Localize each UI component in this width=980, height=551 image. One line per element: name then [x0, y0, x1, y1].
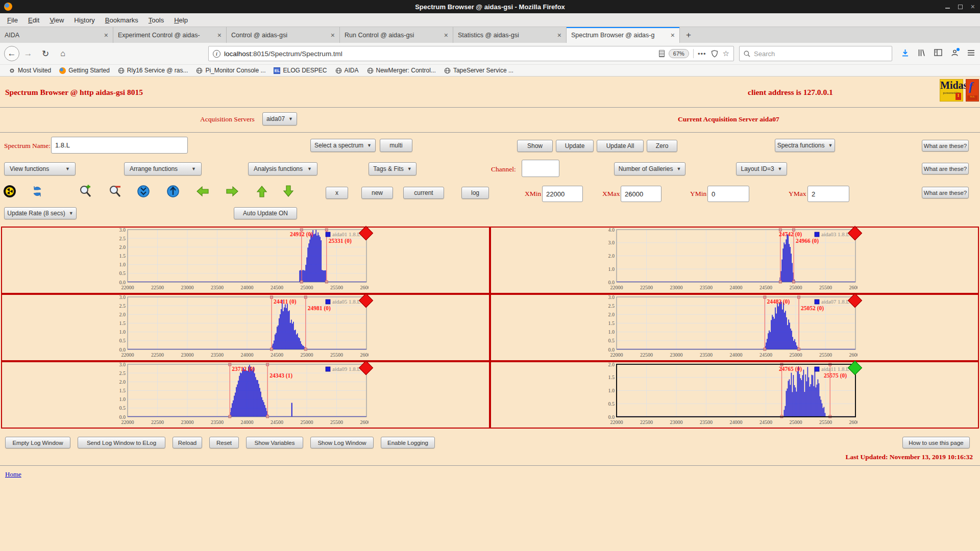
tab-control-aidas-gsi[interactable]: Control @ aidas-gsi× [227, 27, 340, 43]
reload-button[interactable]: ↻ [37, 48, 54, 59]
update-all-button[interactable]: Update All [597, 140, 644, 152]
refresh-icon[interactable] [31, 185, 44, 198]
tab-close-icon[interactable]: × [214, 31, 222, 39]
spectrum-chart-aida11[interactable]: aida11 1.8.L24765 (0)25575 (0)0.00.51.01… [600, 363, 857, 428]
spectrum-chart-aida05[interactable]: aida05 1.8.L24411 (0)24981 (0)0.00.51.01… [111, 295, 369, 361]
tab-close-icon[interactable]: × [101, 31, 108, 39]
bookmark-most-visited[interactable]: Most Visited [5, 67, 55, 74]
zoom-out-icon[interactable] [108, 185, 121, 198]
channel-input[interactable] [522, 160, 559, 177]
menu-tools[interactable]: Tools [143, 16, 169, 24]
midas-logo[interactable]: Midaspowered byI [940, 79, 963, 102]
analysis-functions-dropdown[interactable]: Analysis functions▼ [248, 162, 317, 176]
tab-close-icon[interactable]: × [441, 31, 448, 39]
arrow-down-icon[interactable] [282, 185, 295, 198]
bookmark-getting-started[interactable]: Getting Started [56, 67, 113, 74]
reader-mode-icon[interactable] [659, 50, 665, 57]
auto-update-button[interactable]: Auto Update ON [234, 207, 297, 219]
spectrum-chart-aida09[interactable]: aida09 1.8.L23712 (0)24343 (1)0.00.51.01… [111, 363, 369, 428]
tab-aida[interactable]: AIDA× [0, 27, 113, 43]
arrow-left-icon[interactable] [196, 185, 209, 198]
minimize-button[interactable] [945, 5, 950, 9]
arrange-functions-dropdown[interactable]: Arrange functions▼ [124, 162, 202, 176]
x-button[interactable]: x [326, 187, 348, 199]
page-actions-icon[interactable]: ••• [698, 50, 706, 58]
spectrum-chart-aida03[interactable]: aida03 1.8.L24742 (0)24966 (0)0.01.02.03… [600, 228, 857, 293]
close-button[interactable]: × [971, 3, 975, 10]
view-functions-dropdown[interactable]: View functions▼ [4, 162, 76, 176]
spectrum-name-input[interactable]: 1.8.L [51, 137, 188, 154]
xmax-input[interactable]: 26000 [621, 186, 662, 202]
update-button[interactable]: Update [556, 140, 594, 152]
hamburger-menu-icon[interactable] [967, 49, 975, 58]
tab-close-icon[interactable]: × [328, 31, 335, 39]
how-to-use-button[interactable]: How to use this page [902, 437, 970, 448]
zoom-in-icon[interactable] [79, 185, 92, 198]
show-variables-button[interactable]: Show Variables [246, 437, 303, 448]
menu-history[interactable]: History [69, 16, 100, 24]
shield-icon[interactable] [711, 50, 718, 58]
select-spectrum-dropdown[interactable]: Select a spectrum▼ [310, 139, 376, 152]
gallery-cell-aida07[interactable]: aida07 1.8.L24482 (0)25052 (0)0.00.51.01… [490, 294, 979, 361]
expand-icon[interactable] [166, 185, 180, 198]
ymax-input[interactable]: 2 [807, 186, 849, 202]
acquisition-server-select[interactable]: aida07▼ [262, 112, 297, 126]
log-button[interactable]: log [461, 187, 489, 199]
reload-page-button[interactable]: Reload [173, 437, 202, 448]
arrow-up-icon[interactable] [255, 185, 268, 198]
what-are-these-button-1[interactable]: What are these? [922, 140, 969, 152]
zero-button[interactable]: Zero [647, 140, 677, 152]
update-rate-dropdown[interactable]: Update Rate (8 secs)▼ [4, 207, 77, 219]
url-text[interactable]: localhost:8015/Spectrum/Spectrum.tml [224, 50, 659, 58]
tab-spectrum-browser-aidas-g[interactable]: Spectrum Browser @ aidas-g× [567, 27, 680, 43]
enable-logging-button[interactable]: Enable Logging [381, 437, 435, 448]
tab-run-control-aidas-gsi[interactable]: Run Control @ aidas-gsi× [340, 27, 453, 43]
current-button[interactable]: current [403, 187, 444, 199]
downloads-icon[interactable] [901, 49, 909, 59]
home-link[interactable]: Home [5, 470, 21, 479]
menu-file[interactable]: File [2, 16, 23, 24]
sidebar-icon[interactable] [934, 49, 942, 58]
menu-edit[interactable]: Edit [23, 16, 44, 24]
radiation-icon[interactable] [3, 185, 16, 198]
bookmark-aida[interactable]: AIDA [332, 67, 362, 74]
site-info-icon[interactable]: i [213, 50, 220, 58]
spectrum-chart-aida07[interactable]: aida07 1.8.L24482 (0)25052 (0)0.00.51.01… [600, 295, 857, 361]
fair-logo[interactable]: fTCL [966, 79, 979, 102]
spectrum-chart-aida01[interactable]: aida01 1.8.L24912 (0)25331 (0)0.00.51.01… [111, 228, 369, 293]
gallery-cell-aida09[interactable]: aida09 1.8.L23712 (0)24343 (1)0.00.51.01… [1, 361, 490, 429]
menu-view[interactable]: View [44, 16, 69, 24]
url-bar[interactable]: i localhost:8015/Spectrum/Spectrum.tml 6… [208, 46, 734, 61]
gallery-cell-aida01[interactable]: aida01 1.8.L24912 (0)25331 (0)0.00.51.01… [1, 227, 490, 294]
home-button[interactable]: ⌂ [54, 49, 71, 58]
what-are-these-button-2[interactable]: What are these? [922, 163, 969, 174]
show-button[interactable]: Show [517, 140, 553, 152]
bookmark-rly16-service-ras-[interactable]: Rly16 Service @ ras... [114, 67, 192, 74]
tab-close-icon[interactable]: × [668, 31, 675, 39]
tab-statistics-aidas-gsi[interactable]: Statistics @ aidas-gsi× [453, 27, 567, 43]
what-are-these-button-3[interactable]: What are these? [922, 187, 969, 198]
empty-log-window-button[interactable]: Empty Log Window [5, 437, 70, 448]
gallery-cell-aida03[interactable]: aida03 1.8.L24742 (0)24966 (0)0.01.02.03… [490, 227, 979, 294]
gallery-cell-aida11[interactable]: aida11 1.8.L24765 (0)25575 (0)0.00.51.01… [490, 361, 979, 429]
reset-button[interactable]: Reset [209, 437, 239, 448]
library-icon[interactable] [918, 49, 925, 59]
maximize-button[interactable] [958, 5, 963, 9]
tags-fits-dropdown[interactable]: Tags & Fits▼ [369, 162, 416, 176]
xmin-input[interactable]: 22000 [542, 186, 583, 202]
send-log-window-button[interactable]: Send Log Window to ELog [78, 437, 165, 448]
layout-id-dropdown[interactable]: Layout ID=3▼ [736, 162, 787, 176]
new-tab-button[interactable]: + [680, 27, 697, 43]
gallery-cell-aida05[interactable]: aida05 1.8.L24411 (0)24981 (0)0.00.51.01… [1, 294, 490, 361]
back-button[interactable]: ← [4, 46, 19, 61]
zoom-level-indicator[interactable]: 67% [669, 49, 689, 58]
number-of-galleries-dropdown[interactable]: Number of Galleries▼ [614, 162, 685, 176]
bookmark-elog-despec[interactable]: ELELOG DESPEC [270, 67, 330, 74]
bookmark-star-icon[interactable]: ☆ [723, 49, 729, 58]
account-icon[interactable] [951, 49, 959, 59]
new-button[interactable]: new [361, 187, 393, 199]
bookmark-tapeserver-service-[interactable]: TapeServer Service ... [440, 67, 517, 74]
collapse-icon[interactable] [137, 185, 150, 198]
tab-close-icon[interactable]: × [554, 31, 561, 39]
spectra-functions-dropdown[interactable]: Spectra functions▼ [775, 139, 835, 152]
